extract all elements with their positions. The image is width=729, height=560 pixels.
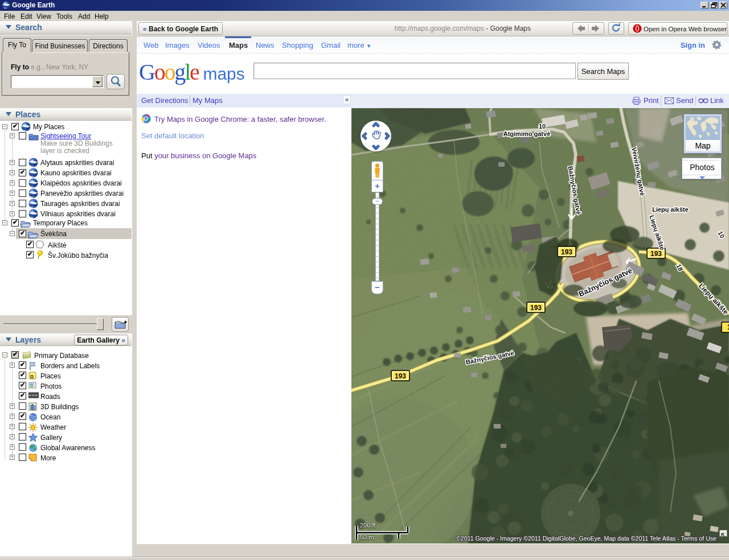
svg-text:©2011 Google - Imagery ©2011 D: ©2011 Google - Imagery ©2011 DigitalGlob…: [456, 535, 716, 542]
